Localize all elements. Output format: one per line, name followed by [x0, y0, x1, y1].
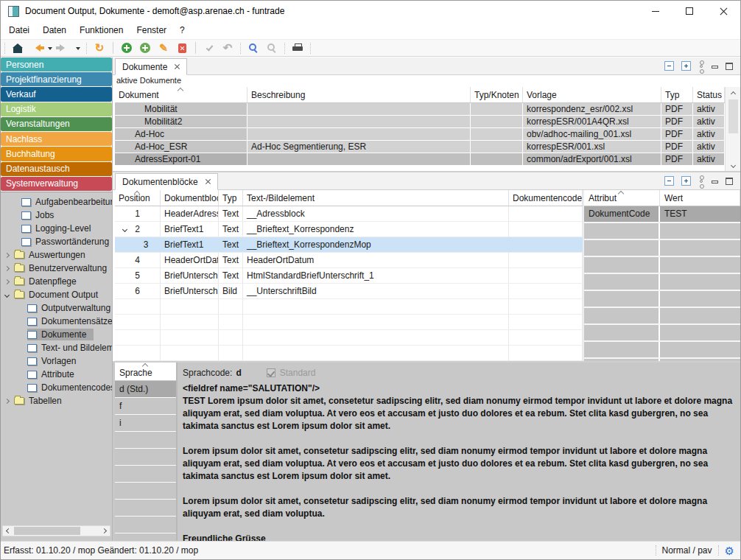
language-item-d[interactable]: d (Std.): [115, 381, 176, 398]
menu-fenster[interactable]: Fenster: [130, 23, 173, 38]
confirm-button[interactable]: [203, 41, 216, 55]
table-row[interactable]: Mobilität2korrespESR/001A4QR.xslPDFaktiv: [115, 116, 725, 128]
tree-item-tabellen[interactable]: Tabellen: [1, 394, 112, 407]
column-header-dokumentblock[interactable]: Dokumentblock: [161, 190, 219, 206]
module-verkauf[interactable]: Verkauf: [1, 87, 112, 101]
collapse-all-icon[interactable]: [664, 61, 674, 71]
column-header-sprache[interactable]: Sprache: [115, 363, 176, 381]
close-button[interactable]: [706, 1, 740, 21]
module-logistik[interactable]: Logistik: [1, 102, 112, 116]
table-row[interactable]: 6BriefUntersch...Bild__UnterschriftBild: [115, 284, 583, 299]
column-header-typ[interactable]: Typ: [661, 87, 693, 102]
tab-close-icon[interactable]: [174, 64, 180, 70]
panel-menu-icon[interactable]: [700, 180, 703, 183]
panel-minimize-icon[interactable]: [712, 66, 718, 69]
tree-horizontal-scrollbar[interactable]: [2, 525, 110, 536]
tree-item-dokumente[interactable]: Dokumente: [1, 328, 112, 341]
tree-item-outputverwaltung[interactable]: Outputverwaltung: [1, 301, 112, 315]
attribute-row-selected[interactable]: DokumentCodeTEST: [584, 206, 740, 223]
edit-button[interactable]: [157, 41, 170, 55]
language-item-f[interactable]: f: [115, 398, 176, 415]
menu-daten[interactable]: Daten: [36, 23, 73, 38]
table-row[interactable]: Ad-Hocobv/adhoc-mailing_001.xslPDFaktiv: [115, 128, 725, 141]
language-item-i[interactable]: i: [115, 415, 176, 432]
panel-menu-icon[interactable]: [700, 65, 703, 68]
tab-dokumente[interactable]: Dokumente: [115, 58, 187, 75]
table-row[interactable]: Ad-Hoc_ESRAd-Hoc Segmentierung, ESRkorre…: [115, 141, 725, 153]
tab-dokumentenbloecke[interactable]: Dokumentenblöcke: [115, 173, 218, 190]
expand-all-icon[interactable]: [681, 61, 691, 71]
chevron-right-icon[interactable]: [4, 252, 10, 257]
delete-button[interactable]: [175, 41, 189, 55]
panel-maximize-icon[interactable]: [726, 63, 733, 70]
expand-all-icon[interactable]: [681, 176, 691, 186]
column-header-dokument[interactable]: Dokument: [115, 87, 247, 102]
search-button[interactable]: [247, 41, 260, 55]
menu-funktionen[interactable]: Funktionen: [73, 23, 130, 38]
tree-item-datenpflege[interactable]: Datenpflege: [1, 275, 112, 288]
documents-vertical-scrollbar[interactable]: [725, 87, 740, 171]
minimize-button[interactable]: [639, 1, 672, 21]
column-header-wert[interactable]: Wert: [660, 190, 740, 206]
forward-button[interactable]: [57, 41, 71, 55]
tab-close-icon[interactable]: [205, 179, 211, 185]
back-button[interactable]: [29, 41, 43, 55]
column-header-status[interactable]: Status: [693, 87, 725, 102]
tree-item-benutzerverwaltung[interactable]: Benutzerverwaltung: [1, 262, 112, 275]
search-secondary-button[interactable]: [265, 41, 278, 55]
tree-item-aufgabenbearbeitung[interactable]: Aufgabenbearbeitung: [1, 195, 112, 209]
tree-item-attribute[interactable]: Attribute: [1, 368, 112, 381]
table-row-selected[interactable]: 3BriefText1Text__Brieftext_Korrespondenz…: [115, 237, 583, 253]
module-buchhaltung[interactable]: Buchhaltung: [1, 147, 112, 161]
module-personen[interactable]: Personen: [1, 57, 112, 71]
menu-help[interactable]: ?: [173, 23, 192, 38]
menu-datei[interactable]: Datei: [2, 23, 36, 38]
print-button[interactable]: [291, 41, 304, 55]
chevron-right-icon[interactable]: [4, 265, 10, 270]
document-text-editor[interactable]: <fieldref name="SALUTATION"/> TEST Lorem…: [183, 382, 733, 541]
tree-item-jobs[interactable]: Jobs: [1, 209, 112, 222]
tree-item-vorlagen[interactable]: Vorlagen: [1, 354, 112, 368]
column-header-attribut[interactable]: Attribut: [584, 190, 660, 206]
tree-item-text-und-bildelemente[interactable]: Text- und Bildeleme: [1, 341, 112, 354]
toolbar-grip[interactable]: [284, 43, 285, 54]
tree-item-logging-level[interactable]: Logging-Level: [1, 222, 112, 235]
add-button[interactable]: [120, 41, 133, 55]
maximize-button[interactable]: [672, 1, 706, 21]
table-row[interactable]: 5BriefUntersch...TextHtmlStandardBriefUn…: [115, 268, 583, 284]
module-nachlass[interactable]: Nachlass: [1, 132, 112, 146]
toolbar-grip[interactable]: [4, 43, 5, 54]
column-header-typ[interactable]: Typ: [219, 190, 243, 206]
column-header-beschreibung[interactable]: Beschreibung: [247, 87, 471, 102]
table-row[interactable]: 1HeaderAdresseText__Adressblock: [115, 206, 583, 222]
scroll-right-button[interactable]: [99, 529, 110, 533]
chevron-right-icon[interactable]: [4, 398, 10, 403]
column-header-position[interactable]: Position: [115, 190, 161, 206]
refresh-button[interactable]: [93, 41, 106, 55]
module-systemverwaltung[interactable]: Systemverwaltung: [1, 177, 112, 191]
column-header-text-bildelement[interactable]: Text-/Bildelement: [243, 190, 509, 206]
undo-button[interactable]: [221, 41, 234, 55]
back-dropdown-icon[interactable]: [48, 47, 52, 52]
scroll-up-button[interactable]: [726, 87, 740, 98]
column-header-dokumentencode[interactable]: Dokumentencode: [509, 190, 583, 206]
scroll-left-button[interactable]: [3, 529, 14, 533]
toolbar-grip[interactable]: [86, 43, 87, 54]
chevron-down-icon[interactable]: [4, 292, 10, 297]
standard-checkbox[interactable]: [267, 368, 275, 377]
tree-item-passwortaenderung[interactable]: Passwortänderung: [1, 235, 112, 248]
chevron-right-icon[interactable]: [4, 279, 10, 284]
module-datenaustausch[interactable]: Datenaustausch: [1, 162, 112, 176]
module-veranstaltungen[interactable]: Veranstaltungen: [1, 117, 112, 131]
add-copy-button[interactable]: [138, 41, 152, 55]
tree-item-dokumentensaetze[interactable]: Dokumentensätze: [1, 315, 112, 328]
column-header-typ-knoten[interactable]: Typ/Knoten: [471, 87, 523, 102]
column-header-vorlage[interactable]: Vorlage: [523, 87, 661, 102]
table-row-selected[interactable]: AdressExport-01common/adrExport/001.xslP…: [115, 153, 725, 166]
chevron-down-icon[interactable]: [122, 227, 127, 232]
tree-item-auswertungen[interactable]: Auswertungen: [1, 248, 112, 262]
tree-item-document-output[interactable]: Document Output: [1, 288, 112, 301]
tree-item-dokumentencodes[interactable]: Dokumentencodes: [1, 381, 112, 394]
module-projektfinanzierung[interactable]: Projektfinanzierung: [1, 72, 112, 86]
scrollbar-thumb[interactable]: [14, 527, 80, 535]
